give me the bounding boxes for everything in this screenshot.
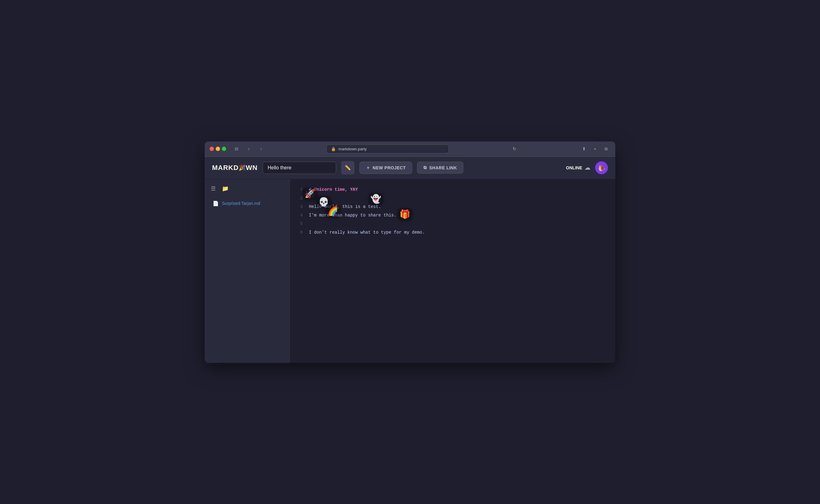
rocket-cursor-emoji: 🚀 — [303, 188, 317, 200]
code-line-4: 4 I'm more than happy to share this. — [298, 211, 608, 220]
minimize-button[interactable] — [216, 147, 220, 151]
project-name-input[interactable] — [263, 162, 336, 174]
new-folder-button[interactable]: 📁 — [221, 184, 230, 193]
code-line-6: 6 I don't really know what to type for m… — [298, 228, 608, 237]
code-line-2: 2 — [298, 194, 608, 202]
rainbow-cursor-emoji: 🌈 — [326, 205, 340, 217]
back-button[interactable]: ‹ — [245, 145, 253, 153]
cursor-rainbow: 🌈 — [326, 205, 340, 217]
copy-icon: ⧉ — [423, 165, 427, 170]
new-project-label: NEW PROJECT — [373, 165, 406, 170]
file-icon: 📄 — [213, 201, 219, 206]
logo: MARKD 🎉 WN — [212, 164, 258, 172]
line-number-4: 4 — [298, 211, 303, 220]
new-project-button[interactable]: ＋ NEW PROJECT — [359, 162, 412, 174]
lock-icon: 🔒 — [331, 147, 336, 151]
line-number-3: 3 — [298, 202, 303, 211]
online-label: ONLINE — [566, 165, 582, 170]
address-bar[interactable]: 🔒 markdown.party — [326, 145, 449, 153]
logo-icon: 🎉 — [239, 164, 246, 171]
edit-button[interactable]: ✏️ — [341, 161, 355, 175]
logo-text-right: WN — [246, 164, 258, 172]
tabs-button[interactable]: ⧉ — [602, 145, 610, 153]
edit-icon: ✏️ — [345, 165, 351, 171]
cursor-rocket: 🚀 — [303, 188, 317, 200]
line-number-5: 5 — [298, 220, 303, 228]
avatar-emoji: 🐌 — [598, 164, 605, 171]
sidebar-toolbar: ☰ 📁 — [210, 184, 285, 193]
maximize-button[interactable] — [222, 147, 226, 151]
sidebar-toggle-button[interactable]: ⊟ — [232, 145, 241, 153]
avatar[interactable]: 🐌 — [595, 161, 608, 174]
main-content: ☰ 📁 📄 Surprised Tarjan.md 1 # Unicorn ti… — [205, 179, 615, 363]
code-line-3: 3 Hello world, this is a test. — [298, 202, 608, 211]
plus-icon: ＋ — [366, 165, 371, 171]
forward-button[interactable]: › — [257, 145, 265, 153]
cursor-ghost: 👻 — [369, 193, 383, 205]
line-content-4: I'm more than happy to share this. — [309, 211, 608, 220]
app-header: MARKD 🎉 WN ✏️ ＋ NEW PROJECT ⧉ SHARE LINK… — [205, 157, 615, 179]
editor-area[interactable]: 1 # Unicorn time, YAY 2 3 Hello world, t… — [291, 179, 615, 363]
line-content-1: # Unicorn time, YAY — [309, 185, 608, 194]
browser-chrome: ⊟ ‹ › 🔒 markdown.party ↻ ⬆ + ⧉ — [205, 141, 615, 157]
line-content-5 — [309, 220, 608, 228]
share-link-button[interactable]: ⧉ SHARE LINK — [417, 162, 463, 174]
url-text: markdown.party — [338, 147, 367, 151]
file-item[interactable]: 📄 Surprised Tarjan.md — [210, 198, 285, 209]
browser-controls: ⊟ — [232, 145, 241, 153]
gift-cursor-emoji: 🎁 — [398, 208, 412, 220]
code-lines: 1 # Unicorn time, YAY 2 3 Hello world, t… — [298, 185, 608, 237]
line-number-1: 1 — [298, 185, 303, 194]
close-button[interactable] — [210, 147, 214, 151]
line-number-6: 6 — [298, 228, 303, 237]
line-content-3: Hello world, this is a test. — [309, 202, 608, 211]
cursor-gift: 🎁 — [398, 208, 412, 220]
line-content-6: I don't really know what to type for my … — [309, 228, 608, 237]
code-line-5: 5 — [298, 220, 608, 228]
line-number-2: 2 — [298, 194, 303, 202]
code-line-1: 1 # Unicorn time, YAY — [298, 185, 608, 194]
logo-text-left: MARKD — [212, 164, 239, 172]
file-list-button[interactable]: ☰ — [210, 184, 217, 193]
file-name: Surprised Tarjan.md — [222, 201, 260, 206]
share-link-label: SHARE LINK — [429, 165, 457, 170]
browser-actions: ⬆ + ⧉ — [580, 145, 610, 153]
sidebar: ☰ 📁 📄 Surprised Tarjan.md — [205, 179, 291, 363]
cloud-icon: ☁ — [585, 164, 590, 171]
refresh-button[interactable]: ↻ — [510, 145, 519, 153]
line-content-2 — [309, 194, 608, 202]
traffic-lights — [210, 147, 226, 151]
online-status: ONLINE ☁ — [566, 164, 590, 171]
share-button[interactable]: ⬆ — [580, 145, 588, 153]
browser-window: ⊟ ‹ › 🔒 markdown.party ↻ ⬆ + ⧉ MARKD 🎉 W… — [205, 141, 615, 363]
new-tab-button[interactable]: + — [591, 145, 599, 153]
ghost-cursor-emoji: 👻 — [369, 193, 383, 205]
